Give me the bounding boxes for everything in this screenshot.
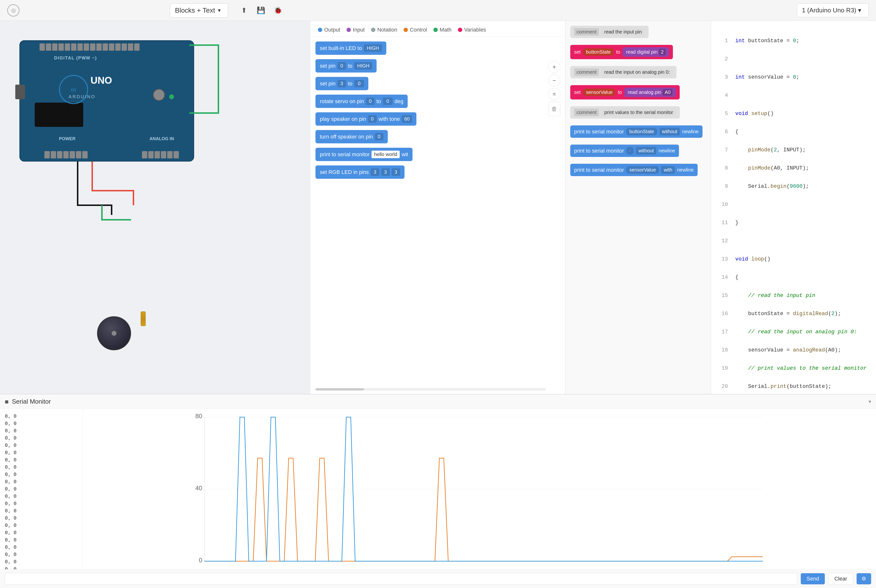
play-speaker-tone-val[interactable]: 60 [402,115,412,123]
sensor-value-var[interactable]: sensorValue [583,88,616,96]
set-block-1-row: set buttonState to read digital pin 2 [570,45,706,62]
block-turn-off-speaker[interactable]: turn off speaker on pin 0 [316,130,388,143]
block-play-speaker[interactable]: play speaker on pin 0 with tone 60 [316,112,416,126]
block-set-led-text: set built-in LED to [320,45,362,51]
set-rgb-r-dropdown[interactable]: 3 [371,168,379,176]
blocks-panel: Output Input Notation Control Math Varia… [311,21,565,394]
potentiometer[interactable] [97,316,136,355]
pin-a3 [161,151,166,158]
serial-expand-button[interactable]: ▾ [868,399,871,405]
play-speaker-pin-dropdown[interactable]: 0 [368,115,377,123]
trash-button[interactable]: 🗑 [548,102,560,116]
clear-button[interactable]: Clear [828,573,853,585]
rotate-servo-pin-dropdown[interactable]: 0 [366,98,374,105]
block-set-led-row: set built-in LED to HIGH [316,42,560,55]
block-play-speaker-row: play speaker on pin 0 with tone 60 [316,112,560,126]
zoom-fit-button[interactable]: = [548,88,560,100]
comment-block-1-row: comment read the input pin [570,26,706,41]
block-set-led-dropdown[interactable]: HIGH [364,44,382,52]
serial-input[interactable] [5,573,797,585]
set-pin-high-pin-dropdown[interactable]: 0 [338,62,346,70]
set-pin-val-value[interactable]: 0 [354,80,364,87]
serial-output-lines: 0, 00, 00, 00, 00, 0 0, 00, 00, 00, 00, … [5,412,77,569]
pin-2-dropdown[interactable]: 2 [659,49,666,55]
zoom-out-button[interactable]: − [548,75,560,87]
notation-dot [371,28,376,32]
upload-button[interactable]: ⬆ [238,4,250,16]
newline-label-1: newline [682,129,699,134]
code-line-4: 4 [718,92,869,99]
print-var-2[interactable]: · [626,147,634,154]
pin-10 [71,44,77,51]
set-pin-val-pin-dropdown[interactable]: 3 [338,80,346,87]
uno-label: UNO [90,75,112,86]
block-print-serial[interactable]: print to serial monitor hello world wit [316,148,413,161]
category-notation[interactable]: Notation [369,26,400,34]
app-logo[interactable]: ◎ [7,4,20,16]
push-button[interactable] [153,89,165,101]
play-speaker-text: play speaker on pin [320,116,366,122]
category-output[interactable]: Output [316,26,343,34]
comment-block-1: comment read the input pin [570,26,649,38]
send-button[interactable]: Send [801,573,825,584]
pin-reset [51,151,56,158]
device-dropdown[interactable]: 1 (Arduino Uno R3) ▾ [797,3,869,17]
save-button[interactable]: 💾 [255,4,267,16]
pin-a0 [142,151,147,158]
variables-label: Variables [464,27,486,33]
mode-label: Blocks + Text [175,6,215,14]
print-opt-3[interactable]: with [661,166,675,174]
notation-label: Notation [377,27,397,33]
to-label-1: to [616,49,620,55]
blocks-workspace: set built-in LED to HIGH set pin 0 to HI… [311,37,565,394]
code-line-14: 14{ [718,274,869,280]
turn-off-speaker-pin-dropdown[interactable]: 0 [375,133,383,141]
block-set-led[interactable]: set built-in LED to HIGH [316,42,386,55]
microchip [35,103,83,127]
category-math[interactable]: Math [431,26,454,34]
set-rgb-g-dropdown[interactable]: 3 [381,168,390,176]
pin-gnd1 [70,151,75,158]
serial-text-output[interactable]: 0, 00, 00, 00, 00, 0 0, 00, 00, 00, 00, … [0,409,83,569]
code-line-19: 19 // print values to the serial monitor [718,365,869,371]
debug-button[interactable]: 🐞 [272,4,284,16]
print-opt-2[interactable]: without [636,147,656,154]
print-var-1[interactable]: buttonState [626,128,657,135]
set-pin-high-val-dropdown[interactable]: HIGH [354,62,372,70]
block-rotate-servo[interactable]: rotate servo on pin 0 to 0 deg [316,94,408,108]
set-rgb-b-dropdown[interactable]: 3 [392,168,400,176]
pin-5 [103,44,108,51]
category-input[interactable]: Input [344,26,367,34]
print-var-3[interactable]: sensorValue [626,166,659,174]
board-body: DIGITAL (PWM ~) ∞ UNO ARDUINO [20,40,194,162]
category-control[interactable]: Control [401,26,430,34]
code-line-7: 7 pinMode(2, INPUT); [718,147,869,153]
rotate-servo-text: rotate servo on pin [320,98,364,105]
block-set-rgb[interactable]: set RGB LED in pins 3 3 3 [316,165,404,179]
pin-aref [39,44,45,51]
serial-monitor-icon: ▦ [5,399,9,404]
output-dot [318,28,322,32]
print-opt-1[interactable]: without [660,128,680,135]
mode-dropdown[interactable]: Blocks + Text [170,3,228,18]
block-set-pin-val[interactable]: set pin 3 to 0 [316,77,368,90]
autoscroll-button[interactable]: ⚙ [856,573,871,584]
input-dot [347,28,351,32]
digital-pins [39,44,140,51]
blocks-scroll[interactable] [316,388,546,390]
circuit-panel: DIGITAL (PWM ~) ∞ UNO ARDUINO [0,21,311,394]
zoom-in-button[interactable]: + [548,61,560,73]
comment-label-2: comment [574,68,599,76]
pin-gnd [46,44,51,51]
pin-a0-dropdown[interactable]: A0 [663,89,672,96]
math-dot [433,28,438,32]
code-line-12: 12 [718,238,869,244]
category-variables[interactable]: Variables [455,26,488,34]
button-state-var[interactable]: buttonState [583,48,614,56]
comment-text-1: read the input pin [601,28,645,36]
block-set-pin-high[interactable]: set pin 0 to HIGH [316,59,377,72]
serial-body: 0, 00, 00, 00, 00, 0 0, 00, 00, 00, 00, … [0,409,876,569]
rotate-servo-val[interactable]: 0 [383,98,393,105]
print-serial-value[interactable]: hello world [371,151,400,158]
digital-label: DIGITAL (PWM ~) [54,56,97,61]
